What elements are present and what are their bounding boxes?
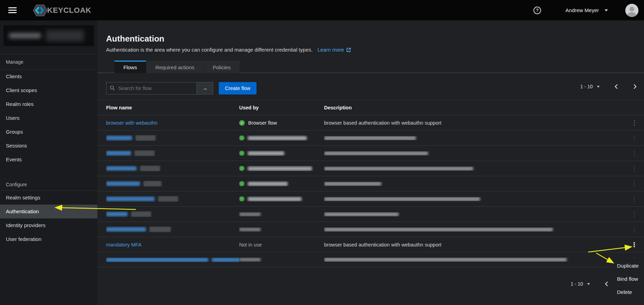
sidebar-item-authentication[interactable]: Authentication <box>0 205 97 218</box>
realm-selector-area <box>0 25 97 54</box>
flow-name-cell <box>106 258 239 262</box>
table-row: ⋮ <box>97 145 644 161</box>
caret-down-icon <box>587 283 590 285</box>
redacted-flow-name <box>106 258 208 262</box>
sidebar: ManageClientsClient scopesRealm rolesUse… <box>0 20 97 305</box>
check-circle-icon <box>239 196 244 201</box>
table-row: ⋮ <box>97 206 644 222</box>
keycloak-hexagon-icon <box>30 2 49 19</box>
user-menu[interactable]: Andrew Meyer <box>565 7 608 13</box>
redacted-badge <box>149 226 171 232</box>
pagination-prev-button[interactable] <box>604 281 609 287</box>
menu-item-bind-flow[interactable]: Bind flow <box>613 272 644 285</box>
page-description: Authentication is the area where you can… <box>106 46 637 53</box>
row-kebab-menu-icon[interactable]: ⋮ <box>629 135 639 141</box>
menu-item-delete[interactable]: Delete <box>613 285 644 298</box>
redacted-flow-name <box>106 151 131 155</box>
sidebar-item-groups[interactable]: Groups <box>0 125 97 139</box>
row-kebab-menu-icon[interactable]: ⋮ <box>629 165 639 172</box>
menu-item-duplicate[interactable]: Duplicate <box>613 259 644 272</box>
topbar: KEYCLOAK ? Andrew Meyer <box>0 0 644 20</box>
table-row: ⋮ <box>97 191 644 206</box>
sidebar-item-users[interactable]: Users <box>0 111 97 125</box>
redacted-flow-name <box>106 212 128 216</box>
description-cell <box>324 167 627 171</box>
redacted-description <box>324 212 399 216</box>
redacted-description <box>324 151 428 155</box>
used-by-label: Browser flow <box>248 120 277 126</box>
create-flow-button[interactable]: Create flow <box>219 82 256 95</box>
row-kebab-menu-icon[interactable]: ⋮ <box>629 196 639 202</box>
column-header-description: Description <box>324 105 627 110</box>
check-circle-icon <box>239 166 244 171</box>
realm-selector[interactable] <box>3 25 94 46</box>
redacted-flow-name <box>106 136 132 140</box>
avatar-body <box>627 12 636 17</box>
description-text: browser based authentication with webaut… <box>324 120 442 126</box>
redacted-badge <box>134 150 155 156</box>
table-row: ⋮ <box>97 130 644 145</box>
description-cell <box>324 136 627 140</box>
external-link-icon <box>346 47 351 52</box>
flow-name-link[interactable]: browser with webauthn <box>106 120 157 126</box>
search-input[interactable] <box>106 82 197 95</box>
description-cell: browser based authentication with webaut… <box>324 242 627 248</box>
tab-policies[interactable]: Policies <box>203 61 240 73</box>
row-kebab-menu-icon[interactable]: ⋮ <box>629 226 639 233</box>
sidebar-item-realm-settings[interactable]: Realm settings <box>0 191 97 205</box>
pagination-range-toggle[interactable]: 1 - 10 <box>571 281 590 287</box>
check-circle-icon <box>239 135 244 141</box>
used-by-cell <box>239 166 324 171</box>
redacted-flow-name <box>106 197 155 201</box>
redacted-used-by <box>239 258 261 262</box>
row-kebab-menu-icon[interactable]: ⋮ <box>629 242 639 248</box>
nav-toggle-icon[interactable] <box>8 7 17 13</box>
row-kebab-menu-icon[interactable]: ⋮ <box>629 211 639 217</box>
redacted-description <box>324 197 480 201</box>
sidebar-item-user-federation[interactable]: User federation <box>0 232 97 246</box>
row-kebab-menu-icon[interactable]: ⋮ <box>629 150 639 156</box>
user-name: Andrew Meyer <box>565 7 599 13</box>
sidebar-item-realm-roles[interactable]: Realm roles <box>0 97 97 111</box>
flow-name-link[interactable]: mandatory MFA <box>106 242 141 248</box>
help-icon[interactable]: ? <box>533 7 541 14</box>
pagination-range: 1 - 10 <box>580 84 593 89</box>
redacted-description <box>324 258 567 262</box>
sidebar-item-client-scopes[interactable]: Client scopes <box>0 83 97 97</box>
used-by-cell <box>239 212 324 216</box>
redacted-badge <box>136 135 156 141</box>
learn-more-link[interactable]: Learn more <box>317 46 351 53</box>
nav-section-label-configure: Configure <box>0 178 97 191</box>
avatar[interactable] <box>625 4 638 17</box>
redacted-badge <box>158 196 178 202</box>
sidebar-item-sessions[interactable]: Sessions <box>0 139 97 153</box>
description-cell <box>324 258 627 262</box>
main-content: Authentication Authentication is the are… <box>97 20 644 305</box>
sidebar-item-identity-providers[interactable]: Identity providers <box>0 218 97 232</box>
pagination-range-toggle[interactable]: 1 - 10 <box>580 84 600 89</box>
sidebar-item-clients[interactable]: Clients <box>0 70 97 83</box>
column-header-label: Used by <box>239 105 259 110</box>
description-cell <box>324 182 627 186</box>
redacted-badge <box>143 181 162 187</box>
sidebar-nav: ManageClientsClient scopesRealm rolesUse… <box>0 54 97 246</box>
table-row: browser with webauthn✓Browser flowbrowse… <box>97 115 644 130</box>
row-kebab-menu-icon[interactable]: ⋮ <box>629 120 639 126</box>
column-header-used-by: Used by <box>239 105 324 110</box>
tabs: FlowsRequired actionsPolicies <box>97 61 644 73</box>
flow-name-cell <box>106 226 239 232</box>
search-submit-button[interactable]: → <box>197 82 213 95</box>
sidebar-item-events[interactable]: Events <box>0 153 97 167</box>
toolbar: → Create flow 1 - 10 <box>106 82 637 95</box>
description-cell <box>324 197 627 201</box>
table-row: ⋮ <box>97 222 644 237</box>
tab-flows[interactable]: Flows <box>114 61 146 73</box>
tab-required-actions[interactable]: Required actions <box>146 61 203 73</box>
pagination-prev-button[interactable] <box>614 84 618 89</box>
redacted-used-by <box>248 167 312 171</box>
check-circle-icon: ✓ <box>239 120 245 126</box>
flow-name-cell: mandatory MFA <box>106 242 239 248</box>
pagination-next-button[interactable] <box>633 84 637 89</box>
redacted-flow-name <box>106 227 146 232</box>
row-kebab-menu-icon[interactable]: ⋮ <box>629 181 639 187</box>
